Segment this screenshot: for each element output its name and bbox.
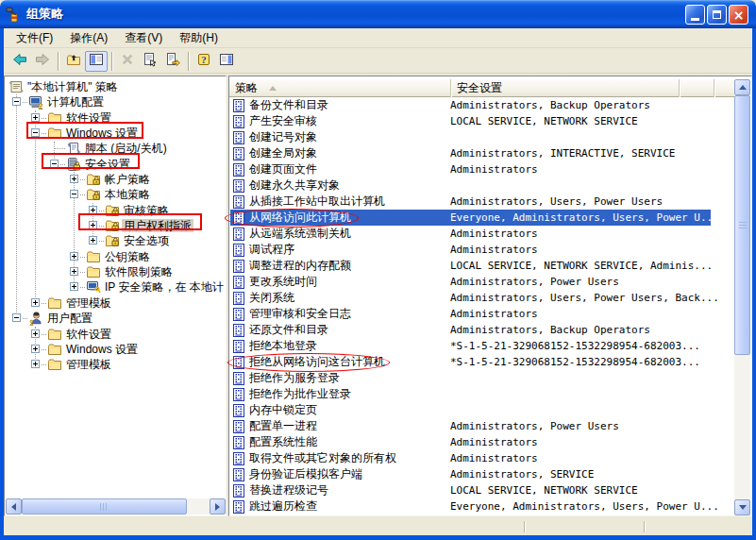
collapse-minus-icon[interactable] [12, 97, 21, 106]
scroll-right-button[interactable] [210, 498, 226, 515]
scroll-up-button[interactable] [734, 79, 750, 95]
policy-name[interactable]: 从网络访问此计算机 [249, 210, 450, 226]
tree-item-label[interactable]: 管理模板 [64, 358, 113, 371]
expand-plus-icon[interactable] [70, 175, 78, 183]
tree-item[interactable]: 公钥策略 [5, 249, 225, 264]
policy-name[interactable]: 从远端系统强制关机 [249, 226, 450, 242]
tree-item-label[interactable]: 用户权利指派 [122, 219, 193, 232]
policy-name[interactable]: 创建永久共享对象 [249, 177, 450, 194]
policy-name[interactable]: 创建记号对象 [249, 129, 450, 145]
tree-item[interactable]: Windows 设置 [5, 342, 225, 357]
minimize-button[interactable] [685, 5, 705, 25]
policy-name[interactable]: 关闭系统 [249, 290, 450, 306]
expand-plus-icon[interactable] [31, 345, 40, 353]
tree-item[interactable]: 管理模板 [5, 357, 225, 372]
tree-item-label[interactable]: Windows 设置 [64, 343, 140, 356]
menu-file[interactable]: 文件(F) [8, 28, 61, 48]
list-row[interactable]: 跳过遍历检查Everyone, Administrators, Users, P… [230, 498, 733, 515]
tree-item[interactable]: 计算机配置 [5, 94, 225, 110]
collapse-minus-icon[interactable] [50, 160, 59, 168]
policy-name[interactable]: 调试程序 [249, 242, 450, 258]
tree-item-label[interactable]: 管理模板 [64, 296, 113, 310]
expand-plus-icon[interactable] [70, 252, 78, 261]
toolbar-back-button[interactable] [8, 51, 31, 72]
tree-item-label[interactable]: Windows 设置 [64, 127, 140, 140]
tree-hscroll-track[interactable] [187, 498, 210, 515]
tree-item-label[interactable]: IP 安全策略，在 本地计 [103, 280, 226, 294]
list-row[interactable]: 替换进程级记号LOCAL SERVICE, NETWORK SERVICE [230, 482, 733, 498]
policy-name[interactable]: 配置单一进程 [249, 418, 450, 434]
collapse-minus-icon[interactable] [31, 128, 40, 137]
policy-name[interactable]: 配置系统性能 [249, 434, 450, 450]
tree-item[interactable]: 软件设置 [5, 110, 225, 126]
close-button[interactable]: × [729, 5, 748, 25]
list-row[interactable]: 配置单一进程Administrators, Power Users [230, 418, 733, 434]
list-row[interactable]: 配置系统性能Administrators [230, 434, 733, 450]
tree-item-label[interactable]: 审核策略 [122, 204, 171, 217]
list-vscroll-thumb[interactable] [734, 95, 750, 355]
expand-plus-icon[interactable] [31, 298, 40, 307]
policy-name[interactable]: 拒绝从网络访问这台计算机 [249, 354, 450, 370]
toolbar-delete-button[interactable] [116, 51, 139, 72]
list-row[interactable]: 从插接工作站中取出计算机Administrators, Users, Power… [230, 194, 733, 210]
policy-name[interactable]: 创建全局对象 [249, 145, 450, 161]
list-row[interactable]: 拒绝作为服务登录 [230, 370, 733, 386]
list-row[interactable]: 身份验证后模拟客户端Administrators, SERVICE [230, 466, 733, 482]
policy-name[interactable]: 拒绝本地登录 [249, 338, 450, 354]
policy-name[interactable]: 替换进程级记号 [249, 482, 450, 498]
tree-item[interactable]: IP 安全策略，在 本地计 [5, 279, 225, 295]
tree-item-label[interactable]: 公钥策略 [103, 250, 152, 263]
tree-item-label[interactable]: 帐户策略 [103, 173, 152, 186]
tree-item-label[interactable]: 本地策略 [103, 188, 152, 201]
tree-item[interactable]: 安全设置 [5, 157, 225, 172]
list-row[interactable]: 拒绝从网络访问这台计算机*S-1-5-21-329068152-15322989… [230, 354, 733, 370]
list-row[interactable]: 关闭系统Administrators, Users, Power Users, … [230, 290, 733, 306]
expand-plus-icon[interactable] [31, 360, 40, 368]
tree-item-label[interactable]: 计算机配置 [45, 95, 106, 109]
list-row[interactable]: 更改系统时间Administrators, Power Users [230, 274, 733, 290]
toolbar-up-one-level-button[interactable] [62, 51, 85, 72]
list-row[interactable]: 取得文件或其它对象的所有权Administrators [230, 450, 733, 466]
list-row[interactable]: 创建全局对象Administrators, INTERACTIVE, SERVI… [230, 145, 733, 161]
tree-item[interactable]: 审核策略 [5, 203, 225, 218]
expand-plus-icon[interactable] [31, 113, 40, 122]
tree-item-label[interactable]: 脚本 (启动/关机) [83, 142, 169, 155]
policy-name[interactable]: 跳过遍历检查 [249, 498, 450, 515]
policy-name[interactable]: 拒绝作为服务登录 [249, 370, 450, 386]
toolbar-export-list-button[interactable] [161, 51, 184, 72]
list-row[interactable]: 产生安全审核LOCAL SERVICE, NETWORK SERVICE [230, 113, 733, 129]
scroll-left-button[interactable] [6, 498, 22, 515]
maximize-button[interactable] [707, 5, 727, 25]
collapse-minus-icon[interactable] [70, 190, 78, 198]
policy-name[interactable]: 还原文件和目录 [249, 322, 450, 338]
menu-action[interactable]: 操作(A) [61, 28, 116, 48]
policy-name[interactable]: 创建页面文件 [249, 161, 450, 177]
expand-plus-icon[interactable] [89, 221, 97, 229]
tree-item-label[interactable]: 软件设置 [64, 111, 113, 125]
policy-name[interactable]: 从插接工作站中取出计算机 [249, 194, 450, 210]
policy-name[interactable]: 调整进程的内存配额 [249, 258, 450, 274]
tree-item[interactable]: 帐户策略 [5, 172, 225, 187]
titlebar[interactable]: 组策略 × [0, 0, 756, 28]
expand-plus-icon[interactable] [31, 329, 40, 338]
tree-item[interactable]: 管理模板 [5, 295, 225, 311]
tree-item[interactable]: 安全选项 [5, 233, 225, 248]
policy-name[interactable]: 身份验证后模拟客户端 [249, 466, 450, 482]
tree-item-label[interactable]: 安全设置 [83, 158, 132, 171]
tree-item-label[interactable]: "本地计算机" 策略 [25, 80, 120, 93]
list-row[interactable]: 从网络访问此计算机Everyone, Administrators, Users… [230, 210, 733, 226]
column-header-security-setting[interactable]: 安全设置 [451, 79, 680, 97]
list-vertical-scrollbar[interactable] [734, 79, 750, 515]
tree-item[interactable]: 软件限制策略 [5, 264, 225, 279]
toolbar-forward-button[interactable] [31, 51, 54, 72]
policy-name[interactable]: 取得文件或其它对象的所有权 [249, 450, 450, 466]
menu-help[interactable]: 帮助(H) [171, 28, 227, 48]
tree-item-label[interactable]: 用户配置 [45, 312, 94, 325]
tree-item[interactable]: 软件设置 [5, 327, 225, 342]
list-row[interactable]: 备份文件和目录Administrators, Backup Operators [230, 97, 733, 113]
expand-plus-icon[interactable] [89, 236, 97, 245]
tree-hscroll-thumb[interactable] [22, 498, 187, 515]
list-row[interactable]: 从远端系统强制关机Administrators [230, 226, 733, 242]
list-row[interactable]: 拒绝作为批作业登录 [230, 386, 733, 402]
policy-name[interactable]: 更改系统时间 [249, 274, 450, 290]
